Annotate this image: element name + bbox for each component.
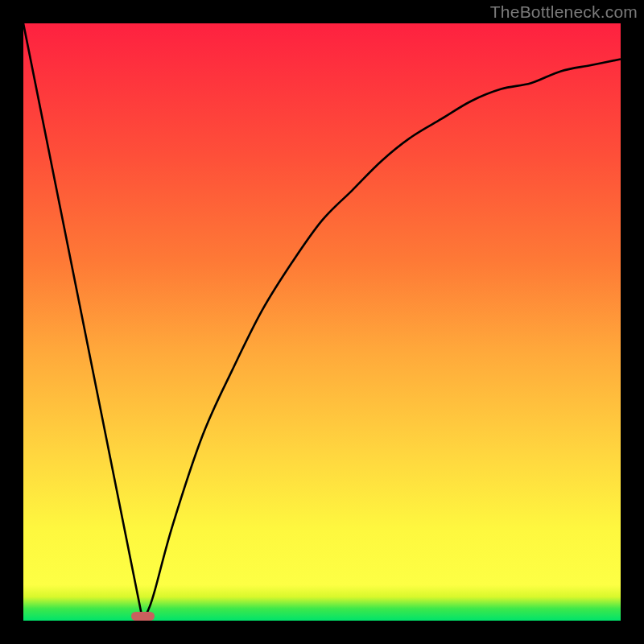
plot-area [23, 23, 621, 621]
watermark-text: TheBottleneck.com [490, 2, 638, 22]
chart-frame: TheBottleneck.com [0, 0, 644, 644]
optimal-range-marker [131, 612, 155, 621]
curve-path [23, 23, 621, 621]
bottleneck-curve [23, 23, 621, 621]
